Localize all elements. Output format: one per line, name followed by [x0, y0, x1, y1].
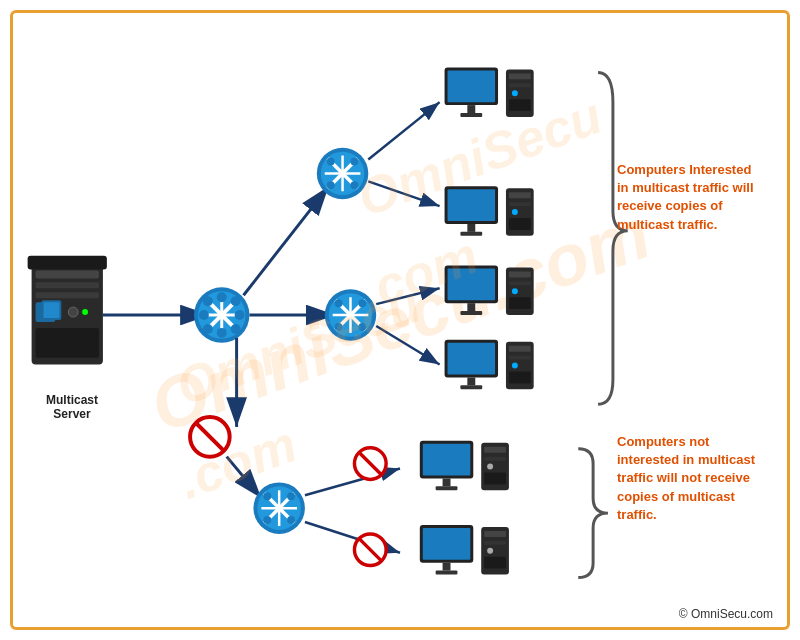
svg-point-6	[68, 307, 78, 317]
svg-rect-2	[36, 270, 99, 278]
svg-rect-79	[509, 83, 531, 87]
svg-rect-87	[509, 192, 531, 198]
svg-point-89	[512, 209, 518, 215]
svg-point-107	[512, 363, 518, 369]
svg-rect-11	[28, 256, 107, 270]
svg-rect-115	[484, 457, 506, 461]
svg-point-35	[350, 158, 358, 166]
svg-point-21	[203, 324, 213, 334]
svg-rect-90	[509, 218, 531, 230]
svg-rect-119	[423, 528, 471, 560]
computer-1	[445, 67, 534, 117]
diagram-container: OmniSecu.com	[10, 10, 790, 630]
svg-rect-112	[436, 486, 458, 490]
svg-rect-114	[484, 447, 506, 453]
svg-point-20	[231, 296, 241, 306]
svg-point-25	[199, 310, 209, 320]
svg-rect-75	[467, 105, 475, 113]
svg-rect-103	[460, 385, 482, 389]
svg-point-116	[487, 464, 493, 470]
copyright: © OmniSecu.com	[679, 607, 773, 621]
svg-rect-102	[467, 377, 475, 385]
svg-rect-123	[484, 531, 506, 537]
svg-point-26	[235, 310, 245, 320]
computer-4	[445, 340, 534, 390]
svg-rect-117	[484, 473, 506, 485]
svg-rect-96	[509, 271, 531, 277]
svg-point-98	[512, 288, 518, 294]
svg-rect-126	[484, 557, 506, 569]
svg-rect-8	[36, 328, 99, 358]
svg-rect-76	[460, 113, 482, 117]
svg-rect-111	[443, 478, 451, 486]
svg-rect-93	[467, 303, 475, 311]
svg-point-80	[512, 90, 518, 96]
svg-point-125	[487, 548, 493, 554]
svg-rect-74	[448, 70, 496, 102]
computer-5	[420, 441, 509, 491]
svg-point-24	[217, 328, 227, 338]
label-interested: Computers Interested in multicast traffi…	[617, 161, 757, 234]
svg-point-63	[263, 492, 271, 500]
svg-point-64	[287, 492, 295, 500]
computer-6	[420, 525, 509, 575]
svg-rect-84	[467, 224, 475, 232]
lower-left-router	[253, 482, 304, 533]
svg-line-27	[244, 186, 329, 295]
svg-rect-78	[509, 73, 531, 79]
server-label: Multicast Server	[27, 393, 117, 421]
svg-rect-110	[423, 444, 471, 476]
svg-rect-99	[509, 297, 531, 309]
svg-point-65	[263, 516, 271, 524]
svg-line-67	[305, 469, 400, 496]
network-diagram: OmniSecu .com OmniSecu .com	[13, 13, 787, 627]
svg-point-34	[327, 158, 335, 166]
svg-point-36	[327, 181, 335, 189]
svg-rect-3	[36, 282, 99, 288]
svg-rect-121	[436, 571, 458, 575]
svg-rect-94	[460, 311, 482, 315]
svg-rect-97	[509, 281, 531, 285]
svg-rect-105	[509, 346, 531, 352]
svg-rect-108	[509, 371, 531, 383]
svg-rect-106	[509, 356, 531, 360]
svg-point-66	[287, 516, 295, 524]
svg-rect-10	[43, 302, 59, 318]
svg-rect-120	[443, 563, 451, 571]
svg-point-22	[231, 324, 241, 334]
svg-point-23	[217, 292, 227, 302]
svg-point-19	[203, 296, 213, 306]
svg-rect-88	[509, 202, 531, 206]
svg-point-7	[82, 309, 88, 315]
svg-rect-101	[448, 343, 496, 375]
svg-rect-4	[36, 292, 99, 298]
label-not-interested: Computers not interested in multicast tr…	[617, 433, 757, 524]
svg-rect-124	[484, 541, 506, 545]
